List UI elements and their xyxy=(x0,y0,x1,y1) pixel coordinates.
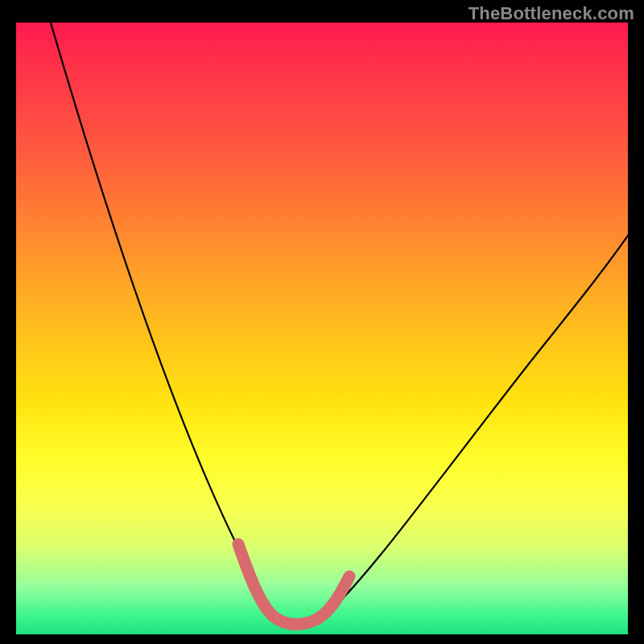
watermark-text: TheBottleneck.com xyxy=(469,3,634,24)
plot-outer-border xyxy=(16,23,628,634)
bottleneck-valley-highlight xyxy=(238,544,349,625)
bottleneck-curve xyxy=(48,23,628,623)
chart-frame: TheBottleneck.com xyxy=(0,0,644,644)
curve-layer xyxy=(16,23,628,634)
plot-area xyxy=(16,23,628,634)
